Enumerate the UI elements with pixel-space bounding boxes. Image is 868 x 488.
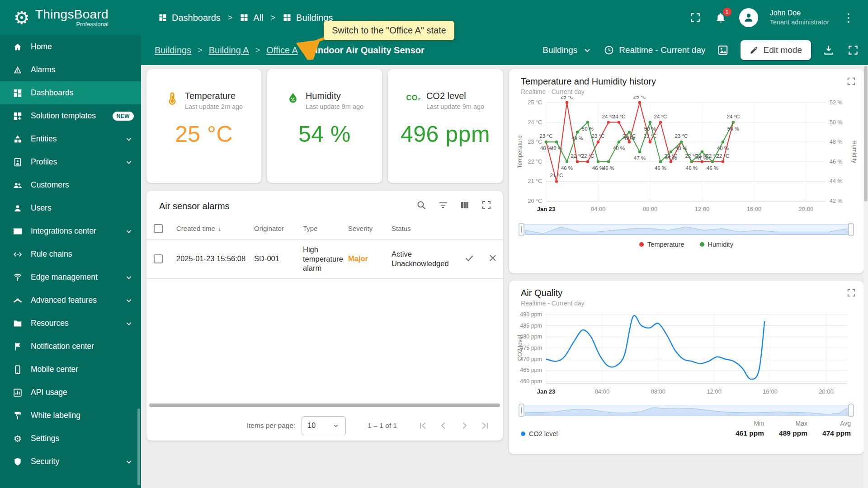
sidebar-item-api-usage[interactable]: API usage (0, 381, 141, 404)
svg-text:08:00: 08:00 (651, 388, 666, 395)
sidebar-item-entities[interactable]: Entities (0, 127, 141, 150)
breadcrumb-building-a-state[interactable]: Building A (209, 45, 249, 56)
gear-icon: ⚙ (12, 433, 23, 444)
thingsboard-logo[interactable]: ⚙ ThingsBoard Professional (0, 8, 141, 27)
sidebar-scrollbar[interactable] (137, 408, 140, 485)
user-info[interactable]: John Doe Tenant administrator (770, 9, 829, 27)
svg-text:21 °C: 21 °C (528, 178, 542, 184)
columns-icon[interactable] (459, 200, 470, 212)
sidebar-item-profiles[interactable]: Profiles (0, 150, 141, 174)
sidebar-item-mobile-center[interactable]: Mobile center (0, 358, 141, 381)
legend-label: CO2 level (529, 430, 558, 437)
sidebar-item-notification-center[interactable]: Notification center (0, 335, 141, 358)
search-icon[interactable] (416, 200, 427, 212)
previous-page-icon[interactable] (438, 420, 449, 432)
more-menu-icon[interactable]: ⋮ (841, 11, 856, 25)
breadcrumb-dashboards[interactable]: Dashboards (158, 13, 221, 23)
last-page-icon[interactable] (479, 420, 491, 432)
svg-text:48 %: 48 % (613, 145, 625, 151)
expand-icon[interactable] (846, 288, 856, 300)
air-quality-chart: Jan 2304:0008:0012:0016:0020:00490 ppm48… (514, 308, 858, 400)
next-page-icon[interactable] (458, 420, 470, 432)
acknowledge-icon[interactable] (464, 253, 475, 265)
svg-text:485 ppm: 485 ppm (520, 323, 542, 329)
breadcrumb-office-a-state[interactable]: Office A (266, 45, 298, 56)
filter-icon[interactable] (438, 200, 448, 212)
expand-icon[interactable] (481, 200, 492, 212)
sidebar-item-solution-templates[interactable]: Solution templates NEW (0, 104, 141, 127)
sidebar-item-label: Alarms (31, 65, 134, 75)
fullscreen-icon[interactable] (846, 43, 860, 57)
column-severity[interactable]: Severity (348, 225, 392, 232)
image-export-icon[interactable] (716, 43, 730, 57)
sidebar-item-label: Edge management (31, 272, 116, 282)
horizontal-scrollbar[interactable] (149, 404, 500, 407)
chevron-down-icon (582, 45, 593, 56)
column-created-time[interactable]: Created time ↓ (176, 225, 254, 232)
time-range-brush[interactable] (518, 222, 854, 237)
sidebar-item-rule-chains[interactable]: Rule chains (0, 243, 141, 266)
legend-humidity[interactable]: Humidity (700, 241, 733, 248)
legend-co2[interactable]: CO2 level (521, 430, 558, 437)
page-scrollbar[interactable] (863, 65, 868, 488)
air-sensor-alarms-card: Air sensor alarms Created time ↓ Origina… (146, 191, 503, 441)
sidebar-item-alarms[interactable]: Alarms (0, 58, 141, 81)
entity-select[interactable]: Buildings (542, 45, 593, 56)
svg-text:47 %: 47 % (665, 155, 677, 161)
items-per-page-select[interactable]: 10 (302, 416, 346, 435)
sidebar-item-white-labeling[interactable]: White labeling (0, 404, 141, 427)
legend-dot (639, 242, 644, 247)
sidebar-item-integrations-center[interactable]: Integrations center (0, 220, 141, 243)
chart-legend: Temperature Humidity (509, 241, 863, 248)
fullscreen-icon[interactable] (689, 11, 702, 24)
chart-subtitle: Realtime - Current day (509, 298, 863, 307)
sidebar-item-edge-management[interactable]: Edge management (0, 266, 141, 289)
table-row[interactable]: 2025-01-23 15:56:08 SD-001 High temperat… (146, 239, 503, 279)
select-all-checkbox[interactable] (154, 224, 163, 233)
flag-icon (12, 341, 23, 352)
sidebar-item-security[interactable]: Security (0, 450, 141, 473)
cell-status: Active Unacknowledged (392, 249, 464, 269)
timewindow-button[interactable]: Realtime - Current day (604, 45, 705, 56)
sidebar-item-resources[interactable]: Resources (0, 312, 141, 335)
edge-icon (12, 272, 23, 283)
dashboards-icon (12, 88, 23, 99)
column-status[interactable]: Status (392, 225, 464, 232)
cell-created-time: 2025-01-23 15:56:08 (176, 254, 254, 263)
legend-temperature[interactable]: Temperature (639, 241, 684, 248)
download-icon[interactable] (822, 43, 835, 57)
expand-icon[interactable] (846, 76, 856, 88)
column-originator[interactable]: Originator (254, 225, 303, 232)
logo-subtitle: Professional (76, 21, 108, 28)
chevron-down-icon (124, 134, 134, 144)
sidebar-item-users[interactable]: Users (0, 197, 141, 220)
row-checkbox[interactable] (154, 254, 163, 263)
breadcrumb-all[interactable]: All (240, 13, 263, 23)
avatar[interactable] (739, 8, 758, 27)
clear-alarm-icon[interactable] (487, 253, 498, 265)
svg-text:23 °C: 23 °C (528, 139, 542, 145)
svg-text:23 °C: 23 °C (675, 133, 688, 139)
dashboard-grid-icon (240, 13, 249, 22)
logo-title: ThingsBoard (35, 8, 108, 21)
sidebar-item-settings[interactable]: ⚙ Settings (0, 427, 141, 450)
breadcrumb-buildings-state[interactable]: Buildings (155, 45, 191, 56)
sidebar-item-customers[interactable]: Customers (0, 174, 141, 197)
alarms-title: Air sensor alarms (159, 201, 416, 211)
first-page-icon[interactable] (417, 420, 429, 432)
sidebar-item-home[interactable]: Home (0, 35, 141, 58)
sidebar: Home Alarms Dashboards Solution template… (0, 35, 141, 488)
notifications-bell-icon[interactable]: 1 (714, 11, 727, 24)
folder-icon (12, 318, 23, 329)
column-type[interactable]: Type (303, 225, 348, 232)
edit-mode-button[interactable]: Edit mode (741, 40, 811, 60)
table-footer: Items per page: 10 1 – 1 of 1 (146, 411, 503, 441)
svg-text:46 %: 46 % (603, 165, 614, 171)
time-range-brush[interactable] (518, 403, 854, 418)
sidebar-item-label: Profiles (31, 157, 116, 167)
sidebar-item-dashboards[interactable]: Dashboards (0, 81, 141, 104)
svg-text:08:00: 08:00 (643, 206, 658, 212)
dashboard-breadcrumb: Buildings > Building A > Office A > Indo… (155, 45, 425, 56)
svg-text:25 °C: 25 °C (633, 96, 646, 99)
sidebar-item-advanced-features[interactable]: Advanced features (0, 289, 141, 312)
